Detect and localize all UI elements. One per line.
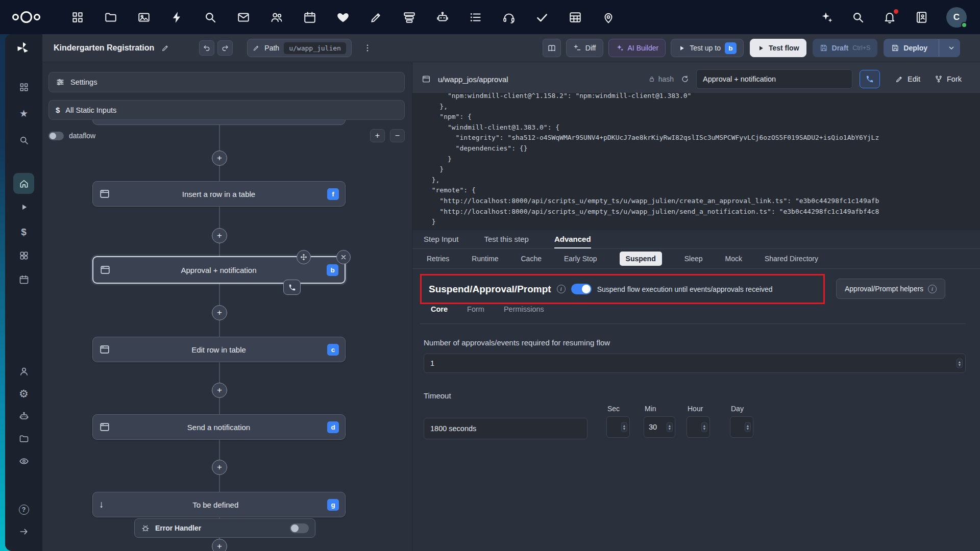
tab-step-input[interactable]: Step Input: [424, 230, 458, 248]
subtab-shared-directory[interactable]: Shared Directory: [765, 255, 818, 263]
sidebar-settings-gear-icon[interactable]: ⚙: [13, 383, 34, 404]
contacts-menu-icon[interactable]: [915, 11, 928, 24]
number-spinner[interactable]: ▴▾: [745, 422, 751, 432]
docs-book-button[interactable]: [543, 39, 561, 57]
approvals-count-input[interactable]: [424, 354, 965, 372]
health-heart-icon[interactable]: [336, 11, 350, 24]
add-step-button[interactable]: +: [212, 228, 227, 243]
suspend-phone-button[interactable]: [860, 70, 880, 88]
dashboard-icon[interactable]: [71, 11, 84, 24]
subtab-early-stop[interactable]: Early Stop: [564, 255, 597, 263]
deck-icon[interactable]: [403, 11, 416, 24]
contacts-icon[interactable]: [270, 11, 283, 24]
redo-button[interactable]: [217, 40, 233, 56]
tab-advanced[interactable]: Advanced: [554, 230, 591, 248]
test-flow-button[interactable]: Test flow: [750, 39, 806, 57]
delete-node-button[interactable]: [336, 250, 351, 264]
info-icon[interactable]: i: [557, 285, 566, 293]
flow-node-edit-row[interactable]: Edit row in table c: [92, 337, 346, 362]
add-step-button[interactable]: +: [212, 305, 227, 320]
notes-pencil-icon[interactable]: [370, 11, 383, 24]
day-stepper[interactable]: ▴▾: [730, 416, 753, 438]
subtab-sleep[interactable]: Sleep: [684, 255, 703, 263]
edit-title-pencil-icon[interactable]: [161, 44, 169, 52]
add-step-button[interactable]: +: [212, 383, 227, 398]
windmill-logo-icon[interactable]: [15, 40, 31, 56]
search-app-icon[interactable]: [204, 11, 217, 24]
subtab-suspend[interactable]: Suspend: [620, 252, 662, 266]
sidebar-apps-icon[interactable]: [13, 77, 34, 97]
zoom-out-button[interactable]: −: [390, 129, 405, 142]
nextcloud-logo-icon[interactable]: [12, 11, 40, 23]
sidebar-resources-icon[interactable]: [13, 245, 34, 266]
sidebar-help-icon[interactable]: ?: [13, 499, 34, 520]
dataflow-toggle[interactable]: [48, 132, 64, 140]
move-node-handle[interactable]: [297, 250, 311, 264]
flow-node-to-be-defined[interactable]: ↓ To be defined g: [92, 492, 346, 517]
subtab-cache[interactable]: Cache: [521, 255, 542, 263]
sidebar-home-icon[interactable]: [13, 173, 34, 194]
sidebar-audit-eye-icon[interactable]: [13, 450, 34, 471]
static-inputs-button[interactable]: $ All Static Inputs: [48, 100, 405, 120]
deploy-chevron-down-icon[interactable]: [943, 44, 960, 52]
fork-script-button[interactable]: Fork: [935, 75, 962, 83]
avatar[interactable]: C: [946, 7, 967, 28]
sidebar-favorites-star-icon[interactable]: ★: [13, 103, 34, 124]
sidebar-search-icon[interactable]: [13, 130, 34, 151]
files-icon[interactable]: [104, 11, 117, 24]
timeout-input[interactable]: [424, 418, 587, 439]
min-stepper[interactable]: 30 ▴▾: [644, 416, 675, 438]
suspend-phone-icon[interactable]: [283, 280, 301, 295]
tab-core[interactable]: Core: [431, 305, 448, 319]
sec-stepper[interactable]: ▴▾: [606, 416, 630, 438]
suspend-enable-toggle[interactable]: [571, 284, 592, 294]
sidebar-runs-play-icon[interactable]: [13, 196, 34, 217]
subtab-mock[interactable]: Mock: [725, 255, 742, 263]
more-menu-dots-icon[interactable]: [363, 43, 372, 53]
flow-node-approval-selected[interactable]: Approval + notification b: [92, 256, 346, 284]
mail-icon[interactable]: [237, 11, 250, 24]
sidebar-schedules-icon[interactable]: [13, 269, 34, 290]
zoom-in-button[interactable]: +: [370, 129, 385, 142]
number-spinner[interactable]: ▴▾: [667, 422, 673, 432]
ai-builder-button[interactable]: AI Builder: [608, 39, 666, 57]
tab-form[interactable]: Form: [467, 305, 484, 319]
undo-button[interactable]: [199, 40, 214, 56]
number-spinner[interactable]: ▴▾: [701, 422, 707, 432]
ai-sparkles-icon[interactable]: [820, 11, 833, 24]
step-summary-input[interactable]: [696, 69, 852, 89]
photos-icon[interactable]: [137, 11, 151, 24]
tasks-list-icon[interactable]: [469, 11, 482, 24]
add-step-button[interactable]: +: [212, 151, 227, 166]
flow-settings-button[interactable]: Settings: [48, 72, 405, 92]
number-spinner[interactable]: ▴▾: [957, 359, 963, 368]
tab-permissions[interactable]: Permissions: [504, 305, 544, 319]
notifications-bell-icon[interactable]: [883, 11, 896, 24]
edit-script-button[interactable]: Edit: [895, 75, 920, 83]
maps-pin-icon[interactable]: [602, 11, 615, 24]
tables-icon[interactable]: [569, 11, 582, 24]
test-up-to-button[interactable]: Test up to b: [671, 39, 744, 57]
flow-node-insert-row[interactable]: Insert a row in a table f: [92, 181, 346, 207]
sidebar-variables-dollar-icon[interactable]: $: [13, 221, 34, 242]
flow-node-send-notification[interactable]: Send a notification d: [92, 414, 346, 440]
activity-icon[interactable]: [170, 11, 184, 24]
assistant-robot-icon[interactable]: [436, 11, 449, 24]
subtab-retries[interactable]: Retries: [427, 255, 449, 263]
sidebar-workers-icon[interactable]: [13, 406, 34, 427]
hour-stepper[interactable]: ▴▾: [687, 416, 710, 438]
talk-headset-icon[interactable]: [502, 11, 516, 24]
subtab-runtime[interactable]: Runtime: [472, 255, 498, 263]
add-step-button[interactable]: +: [212, 539, 227, 551]
draft-button[interactable]: Draft Ctrl+S: [813, 39, 878, 57]
error-handler-toggle[interactable]: [290, 523, 309, 533]
tab-test-this-step[interactable]: Test this step: [484, 230, 529, 248]
diff-button[interactable]: Diff: [566, 39, 603, 57]
code-viewer[interactable]: "npm:windmill-client@^1.158.2": "npm:win…: [412, 93, 980, 230]
flow-path-chip[interactable]: Path u/wapp_julien: [247, 39, 352, 57]
deploy-button[interactable]: Deploy: [884, 39, 960, 57]
sidebar-folders-icon[interactable]: [13, 428, 34, 449]
sidebar-expand-arrow-icon[interactable]: [13, 521, 34, 542]
tasks-check-icon[interactable]: [535, 11, 549, 24]
hash-pin[interactable]: hash: [648, 75, 674, 83]
